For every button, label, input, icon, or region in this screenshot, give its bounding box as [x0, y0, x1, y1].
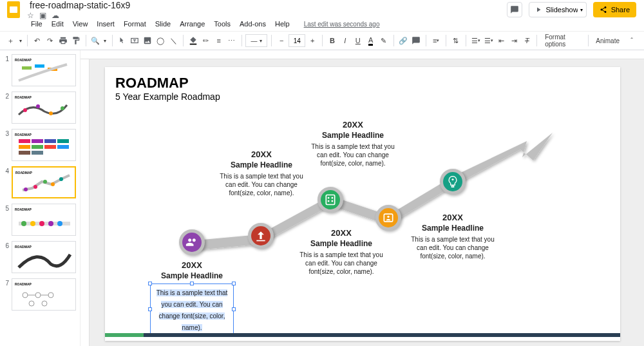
- new-slide-dropdown[interactable]: ▾: [18, 34, 23, 48]
- ruler-horizontal: [80, 50, 644, 59]
- slideshow-button[interactable]: Slideshow: [529, 2, 584, 17]
- menu-edit[interactable]: Edit: [48, 19, 68, 29]
- clear-format-button[interactable]: T: [521, 34, 533, 48]
- zoom-dropdown[interactable]: ▾: [102, 34, 108, 48]
- redo-button[interactable]: ↷: [44, 34, 56, 48]
- svg-rect-3: [190, 44, 197, 45]
- paint-format-button[interactable]: [70, 34, 82, 48]
- fill-color-button[interactable]: [187, 34, 199, 48]
- item-5-body[interactable]: This is a sample text that you can edit.…: [411, 235, 495, 260]
- svg-rect-22: [19, 151, 30, 155]
- thumbnail-4[interactable]: ROADMAP: [12, 166, 76, 198]
- menu-format[interactable]: Format: [120, 19, 150, 29]
- item-1-year[interactable]: 20XX: [150, 260, 234, 270]
- italic-button[interactable]: I: [339, 34, 351, 48]
- svg-rect-21: [57, 145, 69, 149]
- item-2-body[interactable]: This is a sample text that you can edit.…: [220, 172, 303, 197]
- menu-insert[interactable]: Insert: [93, 19, 118, 29]
- textbox-tool[interactable]: [129, 34, 140, 48]
- item-1-headline[interactable]: Sample Headline: [150, 271, 234, 280]
- line-tool[interactable]: ＼: [167, 34, 179, 48]
- comments-button[interactable]: [507, 2, 522, 17]
- highlight-button[interactable]: ✎: [378, 34, 390, 48]
- svg-point-33: [39, 221, 44, 226]
- menu-slide[interactable]: Slide: [151, 19, 175, 29]
- select-tool[interactable]: [116, 34, 128, 48]
- roadmap-node-4[interactable]: [375, 205, 401, 231]
- border-dash-button[interactable]: ⋯: [226, 34, 238, 48]
- slideshow-dropdown[interactable]: ▾: [578, 2, 587, 17]
- item-2-headline[interactable]: Sample Headline: [220, 160, 303, 169]
- last-edit-link[interactable]: Last edit was seconds ago: [300, 19, 384, 29]
- underline-button[interactable]: U: [352, 34, 364, 48]
- collapse-toolbar-button[interactable]: ˆ: [625, 34, 639, 48]
- zoom-button[interactable]: 🔍: [90, 34, 101, 48]
- thumbnail-3[interactable]: ROADMAP: [12, 129, 76, 161]
- thumbnail-6[interactable]: ROADMAP: [12, 241, 76, 273]
- image-tool[interactable]: [142, 34, 153, 48]
- align-button[interactable]: ≡▾: [430, 34, 442, 48]
- roadmap-node-2[interactable]: [248, 223, 274, 249]
- svg-text:ROADMAP: ROADMAP: [15, 245, 32, 249]
- item-4-body[interactable]: This is a sample text that you can edit.…: [299, 251, 383, 276]
- thumbnail-5[interactable]: ROADMAP: [12, 204, 76, 236]
- menu-tools[interactable]: Tools: [210, 19, 234, 29]
- item-4-year[interactable]: 20XX: [299, 228, 383, 238]
- bold-button[interactable]: B: [327, 34, 338, 48]
- item-2-year[interactable]: 20XX: [220, 149, 303, 159]
- link-button[interactable]: 🔗: [397, 34, 409, 48]
- animate-button[interactable]: Animate: [592, 37, 623, 44]
- border-color-button[interactable]: ✏: [200, 34, 212, 48]
- border-weight-button[interactable]: ≡: [213, 34, 225, 48]
- menu-view[interactable]: View: [69, 19, 92, 29]
- selected-textbox[interactable]: This is a sample text that you can edit.…: [150, 284, 234, 335]
- menu-help[interactable]: Help: [271, 19, 294, 29]
- comment-button[interactable]: [410, 34, 422, 48]
- numbered-list-button[interactable]: ☰▾: [470, 34, 482, 48]
- svg-point-28: [51, 182, 55, 186]
- font-size-increase[interactable]: +: [307, 34, 318, 48]
- roadmap-node-1[interactable]: [179, 229, 205, 255]
- menu-addons[interactable]: Add-ons: [236, 19, 270, 29]
- item-5-headline[interactable]: Sample Headline: [411, 224, 495, 233]
- font-size-input[interactable]: [289, 34, 305, 47]
- font-family-select[interactable]: — ▾: [245, 34, 267, 47]
- item-3-body[interactable]: This is a sample text that you can edit.…: [311, 142, 395, 168]
- item-3-year[interactable]: 20XX: [311, 120, 395, 130]
- shape-tool[interactable]: ◯: [155, 34, 166, 48]
- thumbnail-panel: 1ROADMAP 2ROADMAP 3ROADMAP 4ROADMAP 5ROA…: [0, 50, 80, 346]
- svg-point-9: [23, 108, 27, 112]
- canvas-area[interactable]: ROADMAP 5 Year Example Roadmap 20XX Samp…: [80, 50, 644, 346]
- font-size-decrease[interactable]: −: [276, 34, 287, 48]
- slide-canvas[interactable]: ROADMAP 5 Year Example Roadmap 20XX Samp…: [105, 67, 620, 341]
- roadmap-node-5[interactable]: [440, 169, 466, 195]
- item-4-headline[interactable]: Sample Headline: [299, 239, 383, 248]
- thumbnail-2[interactable]: ROADMAP: [12, 91, 76, 124]
- share-button[interactable]: Share: [593, 2, 636, 17]
- document-title[interactable]: free-roadmap-static-16x9: [27, 0, 133, 12]
- new-slide-button[interactable]: ＋: [5, 34, 17, 48]
- roadmap-node-3[interactable]: [317, 187, 343, 213]
- svg-point-34: [48, 221, 53, 226]
- format-options-button[interactable]: Format options: [541, 34, 583, 48]
- item-1-body[interactable]: This is a sample text that you can edit.…: [156, 289, 228, 331]
- undo-button[interactable]: ↶: [32, 34, 43, 48]
- slide-title[interactable]: ROADMAP: [115, 75, 189, 91]
- svg-point-32: [30, 221, 35, 226]
- item-3-headline[interactable]: Sample Headline: [311, 131, 395, 140]
- line-spacing-button[interactable]: ⇅: [450, 34, 462, 48]
- menu-file[interactable]: File: [27, 19, 46, 29]
- menu-arrange[interactable]: Arrange: [176, 19, 209, 29]
- thumbnail-1[interactable]: ROADMAP: [12, 54, 76, 86]
- thumbnail-7[interactable]: ROADMAP: [12, 278, 76, 311]
- indent-decrease-button[interactable]: ⇤: [496, 34, 507, 48]
- bulleted-list-button[interactable]: ☰▾: [483, 34, 495, 48]
- slide-subtitle[interactable]: 5 Year Example Roadmap: [115, 91, 220, 102]
- svg-rect-46: [328, 197, 330, 199]
- slides-logo[interactable]: [5, 1, 22, 18]
- print-button[interactable]: [57, 34, 69, 48]
- item-5-year[interactable]: 20XX: [411, 213, 495, 222]
- svg-rect-45: [326, 195, 334, 205]
- indent-increase-button[interactable]: ⇥: [508, 34, 520, 48]
- text-color-button[interactable]: A: [365, 34, 377, 48]
